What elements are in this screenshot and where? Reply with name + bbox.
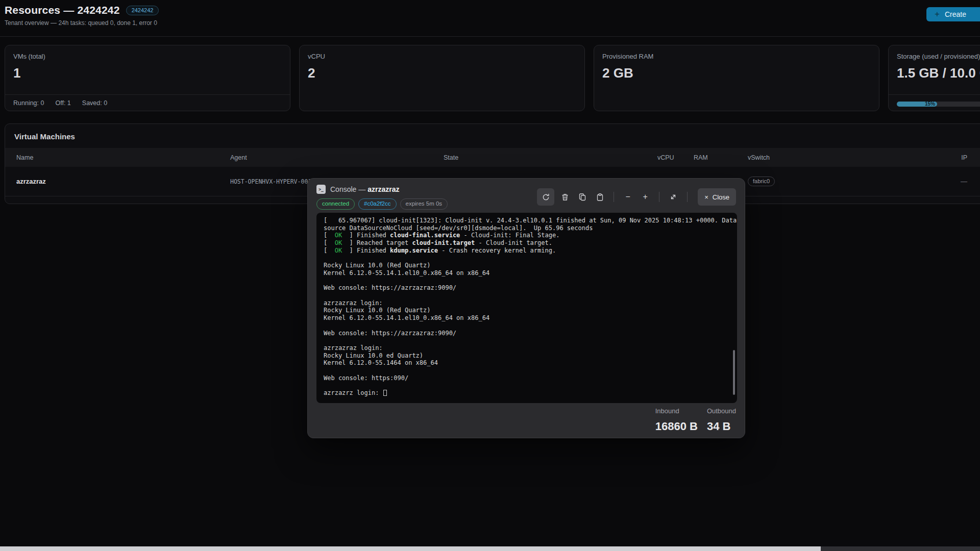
terminal-line: Web console: https://azrzazraz:9090/ — [324, 330, 730, 337]
running-count: Running: 0 — [13, 99, 44, 107]
console-badges: connected #c0a2f2cc expires 5m 0s — [316, 198, 448, 210]
terminal-line: Rocky Linux 10.0 (Red Quartz) — [324, 262, 730, 269]
page-subtitle: Tenant overview — 24h tasks: queued 0, d… — [5, 19, 980, 27]
console-toolbar: − + × Close — [537, 188, 736, 206]
storage-progress-label: 15% — [925, 101, 935, 107]
off-count: Off: 1 — [55, 99, 70, 107]
outbound-label: Outbound — [707, 407, 736, 415]
table-header: Name Agent State vCPU RAM vSwitch IP — [5, 148, 980, 167]
expires-badge: expires 5m 0s — [400, 198, 448, 210]
page-content: Resources — 2424242 2424242 Tenant overv… — [0, 0, 980, 27]
console-modal: >_ Console — azrzazraz connected #c0a2f2… — [307, 178, 745, 438]
horizontal-scrollbar-thumb[interactable] — [0, 546, 821, 551]
vm-ip: — — [936, 178, 967, 185]
plus-icon: + — [935, 9, 940, 19]
clipboard-icon — [597, 193, 603, 201]
terminal-line: Rocky Linux 10.0 ed Quartz) — [324, 352, 730, 360]
horizontal-scrollbar[interactable] — [0, 546, 980, 551]
plus-icon: + — [643, 192, 647, 202]
vm-vswitch: fabric0 — [719, 177, 936, 186]
console-title-prefix: Console — — [330, 185, 368, 193]
terminal-cursor — [383, 390, 387, 396]
terminal-line: Kernel 6.12.0-55.1464 on x86_64 — [324, 359, 730, 367]
terminal-line: azrzazrz login: — [324, 389, 730, 397]
stat-value: 2 — [308, 65, 576, 81]
terminal-line: [ OK ] Finished cloud-final.service - Cl… — [324, 232, 730, 239]
fullscreen-button[interactable] — [665, 188, 682, 206]
refresh-icon — [542, 193, 550, 201]
terminal-line: Rocky Linux 10.0 (Red Quartz) — [324, 307, 730, 314]
stat-card-vms: VMs (total) 1 Running: 0 Off: 1 Saved: 0 — [5, 45, 290, 111]
stat-label: vCPU — [308, 53, 576, 60]
terminal-line — [324, 255, 730, 262]
page-header: Resources — 2424242 2424242 Tenant overv… — [0, 0, 980, 27]
console-terminal[interactable]: [ 65.967067] cloud-init[1323]: Cloud-ini… — [316, 213, 737, 403]
terminal-line — [324, 277, 730, 285]
console-title: Console — azrzazraz — [330, 185, 399, 193]
console-title-vm: azrzazraz — [368, 185, 399, 193]
terminal-line: Web console: https:090/ — [324, 374, 730, 382]
session-id-badge: #c0a2f2cc — [358, 198, 396, 210]
terminal-line: [ OK ] Finished kdump.service - Crash re… — [324, 247, 730, 255]
create-button-label: Create — [945, 10, 966, 18]
col-ram: RAM — [675, 154, 719, 161]
toolbar-separator — [659, 192, 659, 202]
terminal-line — [324, 322, 730, 330]
inbound-stat: Inbound 16860 B — [655, 407, 698, 433]
minus-icon: − — [625, 192, 630, 202]
stat-value: 2 GB — [602, 65, 871, 81]
vm-state-counts: Running: 0 Off: 1 Saved: 0 — [13, 99, 107, 107]
terminal-line: Kernel 6.12.0-55.14.1.el10_0.x86_64 on x… — [324, 269, 730, 277]
terminal-line: source DataSourceNoCloud [seed=/dev/sr0]… — [324, 224, 730, 232]
card-divider — [889, 94, 980, 95]
vswitch-badge: fabric0 — [748, 177, 775, 186]
console-header: >_ Console — azrzazraz connected #c0a2f2… — [308, 179, 745, 210]
zoom-out-button[interactable]: − — [619, 188, 636, 206]
stat-card-ram: Provisioned RAM 2 GB — [594, 45, 879, 111]
storage-progress-fill: 15% — [897, 102, 937, 107]
zoom-in-button[interactable]: + — [636, 188, 654, 206]
stat-label: Provisioned RAM — [602, 53, 871, 60]
panel-title: Virtual Machines — [5, 124, 980, 141]
terminal-line: Kernel 6.12.0-55.14.1.el10_0.x86_64 on x… — [324, 314, 730, 322]
paste-button[interactable] — [591, 188, 608, 206]
col-name: Name — [5, 154, 219, 161]
inbound-value: 16860 B — [655, 420, 698, 433]
stat-card-vcpu: vCPU 2 — [299, 45, 585, 111]
inbound-label: Inbound — [655, 407, 698, 415]
close-button[interactable]: × Close — [698, 188, 736, 206]
tenant-badge: 2424242 — [126, 6, 159, 15]
stat-label: VMs (total) — [13, 53, 282, 60]
stat-value: 1 — [13, 65, 282, 81]
refresh-button[interactable] — [537, 188, 554, 206]
create-button[interactable]: + Create — [926, 7, 980, 21]
storage-progress-track: 15% — [897, 102, 980, 107]
card-divider — [5, 94, 290, 95]
col-vswitch: vSwitch — [719, 154, 936, 161]
copy-icon — [579, 193, 586, 201]
delete-button[interactable] — [556, 188, 574, 206]
toolbar-separator — [614, 192, 614, 202]
col-vcpu: vCPU — [634, 154, 675, 161]
terminal-line: [ 65.967067] cloud-init[1323]: Cloud-ini… — [324, 217, 730, 224]
terminal-icon: >_ — [316, 185, 326, 194]
outbound-stat: Outbound 34 B — [707, 407, 736, 433]
terminal-line: azrzazraz login: — [324, 299, 730, 307]
terminal-line — [324, 292, 730, 299]
col-ip: IP — [936, 154, 967, 161]
stat-cards: VMs (total) 1 Running: 0 Off: 1 Saved: 0… — [5, 45, 980, 111]
terminal-line: Web console: https://azrzazraz:9090/ — [324, 284, 730, 292]
expand-icon — [670, 193, 677, 201]
toolbar-separator — [687, 192, 688, 202]
col-agent: Agent — [219, 154, 433, 161]
vm-name: azrzazraz — [5, 178, 219, 185]
stat-card-storage: Storage (used / provisioned) 1.5 GB / 10… — [888, 45, 980, 111]
terminal-line — [324, 367, 730, 374]
page-title: Resources — 2424242 — [5, 4, 120, 16]
terminal-scrollbar[interactable] — [733, 350, 735, 395]
saved-count: Saved: 0 — [82, 99, 107, 107]
trash-icon — [561, 193, 569, 201]
terminal-line: azrzazraz login: — [324, 344, 730, 352]
terminal-line — [324, 382, 730, 389]
copy-button[interactable] — [574, 188, 591, 206]
